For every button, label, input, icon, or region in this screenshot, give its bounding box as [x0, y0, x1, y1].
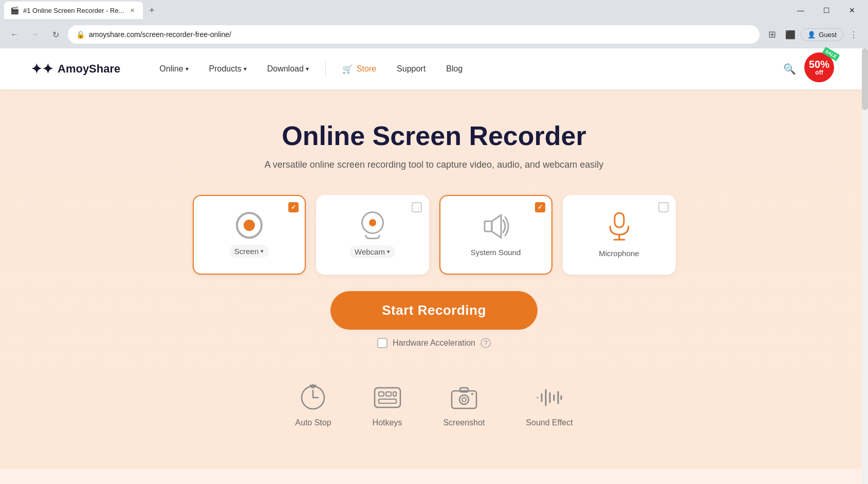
sale-badge[interactable]: 50% off SALE — [804, 52, 837, 85]
browser-titlebar: 🎬 #1 Online Screen Recorder - Re... ✕ + … — [0, 0, 868, 21]
svg-rect-15 — [379, 399, 396, 403]
nav-separator — [325, 61, 326, 77]
feature-sound-effect[interactable]: Sound Effect — [526, 383, 572, 427]
scrollbar-thumb[interactable] — [862, 48, 868, 110]
sound-effect-label: Sound Effect — [526, 418, 572, 427]
screen-label-row: Screen ▾ — [229, 245, 269, 258]
webcam-label-row: Webcam ▾ — [349, 245, 395, 258]
site-logo[interactable]: ✦✦ AmoyShare — [31, 61, 120, 77]
chevron-down-icon: ▾ — [306, 65, 309, 73]
browser-tab[interactable]: 🎬 #1 Online Screen Recorder - Re... ✕ — [4, 2, 143, 19]
svg-rect-0 — [485, 221, 492, 231]
hero-title: Online Screen Recorder — [21, 120, 847, 151]
microphone-checkbox[interactable] — [658, 202, 669, 212]
screen-dropdown[interactable]: Screen ▾ — [229, 245, 269, 258]
auto-stop-icon — [299, 383, 327, 412]
nav-item-store[interactable]: 🛒 Store — [334, 60, 384, 78]
system-sound-card[interactable]: System Sound — [439, 195, 552, 275]
browser-toolbar: ← → ↻ 🔒 amoyshare.com/screen-recorder-fr… — [0, 21, 868, 48]
nav-right: 🔍 50% off SALE — [783, 52, 837, 85]
address-url-text: amoyshare.com/screen-recorder-free-onlin… — [89, 30, 751, 39]
website-content: ✦✦ AmoyShare Online ▾ Products ▾ Downloa… — [0, 48, 868, 484]
screenshot-icon — [450, 383, 478, 412]
webcam-icon — [361, 211, 384, 239]
webcam-dropdown[interactable]: Webcam ▾ — [349, 245, 395, 258]
hero-section: Online Screen Recorder A versatile onlin… — [0, 89, 868, 469]
nav-item-support[interactable]: Support — [389, 60, 434, 78]
close-button[interactable]: ✕ — [840, 2, 864, 19]
svg-rect-2 — [615, 213, 624, 227]
forward-button[interactable]: → — [27, 26, 43, 43]
hotkeys-label: Hotkeys — [373, 418, 402, 427]
address-bar[interactable]: 🔒 amoyshare.com/screen-recorder-free-onl… — [68, 25, 760, 44]
svg-rect-19 — [460, 388, 468, 392]
hotkeys-icon — [373, 383, 402, 412]
system-sound-checkbox[interactable] — [535, 202, 545, 212]
nav-item-products[interactable]: Products ▾ — [201, 60, 255, 78]
webcam-dropdown-icon: ▾ — [387, 248, 390, 255]
tab-title: #1 Online Screen Recorder - Re... — [23, 7, 124, 14]
webcam-checkbox[interactable] — [412, 202, 422, 212]
system-sound-label: System Sound — [471, 248, 521, 257]
back-button[interactable]: ← — [6, 26, 23, 43]
microphone-icon — [606, 212, 633, 243]
microphone-label-row: Microphone — [599, 249, 639, 258]
scrollbar[interactable] — [862, 48, 868, 484]
hardware-acceleration-checkbox[interactable] — [377, 338, 387, 348]
search-icon[interactable]: 🔍 — [783, 63, 796, 75]
features-row: Auto Stop Hotkeys — [21, 373, 847, 448]
reload-button[interactable]: ↻ — [47, 26, 64, 43]
sound-effect-icon — [535, 383, 564, 412]
svg-rect-13 — [386, 392, 391, 396]
webcam-label-text: Webcam — [355, 247, 385, 256]
hardware-acceleration-help[interactable]: ? — [481, 338, 491, 348]
cart-icon: 🛒 — [342, 64, 353, 74]
svg-rect-11 — [375, 388, 400, 407]
browser-menu-button[interactable]: ⋮ — [845, 26, 862, 43]
split-screen-button[interactable]: ⬛ — [782, 26, 799, 43]
auto-stop-label: Auto Stop — [295, 418, 331, 427]
svg-point-18 — [462, 398, 466, 402]
window-controls: — ☐ ✕ — [789, 2, 864, 19]
sale-off: off — [815, 69, 823, 76]
minimize-button[interactable]: — — [789, 2, 812, 19]
logo-text: AmoyShare — [58, 62, 120, 76]
screenshot-label: Screenshot — [443, 418, 485, 427]
screen-card[interactable]: Screen ▾ — [193, 195, 306, 275]
nav-item-download[interactable]: Download ▾ — [259, 60, 317, 78]
screen-icon — [236, 212, 263, 239]
profile-button[interactable]: 👤 Guest — [801, 28, 843, 41]
nav-item-blog[interactable]: Blog — [438, 60, 471, 78]
profile-label: Guest — [819, 31, 837, 39]
microphone-card[interactable]: Microphone — [563, 195, 676, 275]
tab-close-button[interactable]: ✕ — [128, 6, 137, 14]
chevron-down-icon: ▾ — [186, 65, 189, 73]
screen-dropdown-icon: ▾ — [261, 248, 264, 255]
address-security-icon: 🔒 — [76, 30, 85, 39]
feature-hotkeys[interactable]: Hotkeys — [373, 383, 402, 427]
nav-item-online[interactable]: Online ▾ — [151, 60, 196, 78]
screen-checkbox[interactable] — [288, 202, 299, 212]
recording-controls: Screen ▾ — [21, 195, 847, 275]
nav-links: Online ▾ Products ▾ Download ▾ 🛒 Store — [151, 60, 783, 78]
start-recording-button[interactable]: Start Recording — [330, 291, 538, 330]
svg-rect-14 — [393, 392, 396, 396]
feature-screenshot[interactable]: Screenshot — [443, 383, 485, 427]
browser-chrome: 🎬 #1 Online Screen Recorder - Re... ✕ + … — [0, 0, 868, 48]
sale-percent: 50% — [809, 59, 829, 69]
tab-favicon: 🎬 — [10, 6, 19, 14]
chevron-down-icon: ▾ — [244, 65, 247, 73]
feature-auto-stop[interactable]: Auto Stop — [295, 383, 331, 427]
system-sound-label-row: System Sound — [471, 248, 521, 257]
maximize-button[interactable]: ☐ — [815, 2, 838, 19]
start-button-wrap: Start Recording — [21, 291, 847, 330]
hero-subtitle: A versatile online screen recording tool… — [21, 159, 847, 170]
new-tab-button[interactable]: + — [145, 3, 159, 17]
svg-marker-1 — [492, 215, 501, 238]
hardware-acceleration-label: Hardware Acceleration — [393, 338, 475, 348]
microphone-label: Microphone — [599, 249, 639, 258]
extensions-button[interactable]: ⊞ — [764, 26, 780, 43]
webcam-card[interactable]: Webcam ▾ — [316, 195, 429, 275]
system-sound-icon — [482, 213, 510, 242]
svg-rect-12 — [379, 392, 384, 396]
